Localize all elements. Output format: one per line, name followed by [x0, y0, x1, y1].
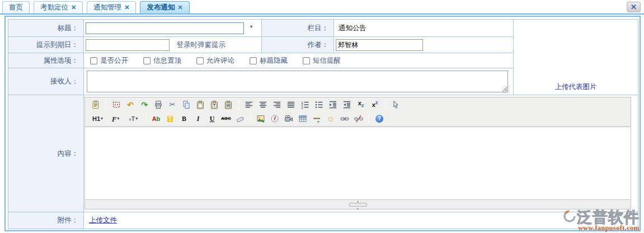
checkbox-item-hide-title[interactable]: 标题隐藏 — [250, 56, 288, 66]
highlight-icon[interactable]: T — [164, 114, 176, 124]
content-label-text: 内容： — [58, 150, 79, 157]
insert-hr-icon[interactable]: + — [311, 114, 322, 124]
upload-file-link[interactable]: 上传文件 — [86, 216, 117, 224]
checkbox-item-pin-top[interactable]: 信息置顶 — [143, 56, 181, 66]
justify-icon[interactable] — [285, 99, 297, 110]
paste-word-icon[interactable]: W — [223, 99, 234, 110]
fullscreen-icon[interactable] — [111, 99, 122, 110]
align-right-icon[interactable] — [271, 99, 283, 110]
align-left-icon[interactable] — [243, 99, 255, 110]
author-input[interactable] — [336, 39, 423, 51]
checkbox-label: 短信提醒 — [313, 56, 341, 66]
upload-representative-image-link[interactable]: 上传代表图片 — [555, 83, 597, 91]
tab-home[interactable]: 首页 — [2, 1, 30, 13]
unordered-list-icon[interactable] — [313, 99, 325, 110]
strikethrough-icon[interactable]: ABC — [220, 114, 232, 124]
editor-toolbar-row2: H1▾F▾тT▾AbTBIUABC+f+☺? — [85, 111, 631, 127]
align-center-icon[interactable] — [257, 99, 269, 110]
toolbar-separator — [385, 100, 386, 109]
insert-table-icon[interactable] — [297, 114, 308, 124]
title-label-text: 标题： — [58, 24, 79, 32]
tab-close-icon[interactable]: ✕ — [177, 4, 182, 11]
subscript-icon[interactable]: x2 — [355, 99, 366, 110]
close-panel-button[interactable]: ✕ — [627, 2, 641, 12]
title-input[interactable] — [86, 22, 244, 34]
representative-image-cell: 上传代表图片 — [514, 20, 638, 95]
superscript-icon[interactable]: x2 — [369, 99, 380, 110]
checkbox[interactable] — [303, 57, 310, 64]
toolbar-separator — [106, 100, 106, 109]
tab-attendance-location[interactable]: 考勤定位 ✕ — [34, 1, 83, 13]
recipients-textarea[interactable] — [87, 71, 508, 92]
emoticon-icon[interactable]: ☺ — [325, 114, 336, 124]
font-select[interactable]: F▾ — [108, 114, 123, 124]
italic-icon[interactable]: I — [192, 114, 204, 124]
unlink-icon[interactable] — [353, 114, 364, 124]
checkbox[interactable] — [90, 57, 97, 64]
rich-text-editor: ↶↷✂TW123x2x2 H1▾F▾тT▾AbTBIUABC+f+☺? — [84, 97, 631, 209]
reminder-date-input[interactable] — [86, 39, 170, 51]
svg-text:T: T — [213, 104, 215, 108]
login-popup-hint: 登录时弹窗提示 — [176, 41, 225, 49]
underline-icon[interactable]: U — [206, 114, 218, 124]
tab-label: 通知管理 — [93, 3, 121, 12]
recipients-cell — [84, 68, 514, 95]
heading-select[interactable]: H1▾ — [90, 114, 105, 124]
tab-close-icon[interactable]: ✕ — [71, 4, 76, 11]
publish-notice-form-panel: 标题： * 栏目： 通知公告 上传代表图片 提示到期日： 登录时弹窗提示 — [4, 16, 641, 231]
tab-publish-notice[interactable]: 发布通知 ✕ — [140, 1, 189, 13]
insert-media-icon[interactable] — [283, 114, 294, 124]
eraser-icon[interactable] — [234, 114, 246, 124]
source-edit-icon[interactable] — [90, 99, 101, 110]
checkbox[interactable] — [196, 57, 204, 64]
tab-label: 首页 — [9, 3, 23, 12]
checkbox-label: 信息置顶 — [153, 56, 181, 66]
reminder-date-label: 提示到期日： — [8, 37, 84, 53]
ordered-list-icon[interactable]: 123 — [299, 99, 311, 110]
checkbox[interactable] — [143, 57, 151, 64]
column-cell: 通知公告 — [334, 20, 514, 37]
undo-icon[interactable]: ↶ — [125, 99, 136, 110]
options-cell: 是否公开 信息置顶 允许评论 标题隐藏 — [84, 53, 514, 68]
tab-notice-management[interactable]: 通知管理 ✕ — [87, 1, 136, 13]
reminder-date-label-text: 提示到期日： — [36, 41, 78, 49]
attachment-cell: 上传文件 — [84, 212, 638, 229]
attachment-label: 附件： — [8, 212, 84, 229]
checkbox[interactable] — [250, 57, 257, 64]
checkbox-item-sms-reminder[interactable]: 短信提醒 — [303, 56, 341, 66]
paste-text-icon[interactable]: T — [209, 99, 220, 110]
redo-icon[interactable]: ↷ — [139, 99, 150, 110]
toolbar-separator — [238, 100, 239, 109]
checkbox-item-allow-comments[interactable]: 允许评论 — [196, 56, 234, 66]
attachment-label-text: 附件： — [58, 216, 79, 224]
paste-icon[interactable] — [195, 99, 206, 110]
fontsize-select[interactable]: тT▾ — [126, 114, 141, 124]
editor-resize-handle[interactable] — [349, 203, 367, 207]
link-icon[interactable] — [339, 114, 350, 124]
tab-label: 发布通知 — [147, 3, 175, 12]
insert-image-icon[interactable]: + — [255, 114, 266, 124]
editor-content-area[interactable] — [85, 127, 631, 200]
checkbox-label: 允许评论 — [206, 56, 234, 66]
help-icon[interactable]: ? — [374, 114, 385, 124]
checkbox-item-public[interactable]: 是否公开 — [90, 56, 128, 66]
title-label: 标题： — [8, 20, 84, 37]
author-cell — [334, 37, 514, 53]
tab-close-icon[interactable]: ✕ — [124, 4, 129, 11]
indent-icon[interactable] — [327, 99, 339, 110]
select-arrow-icon[interactable] — [390, 99, 401, 110]
outdent-icon[interactable] — [341, 99, 352, 110]
publish-notice-screen: 首页 考勤定位 ✕ 通知管理 ✕ 发布通知 ✕ ✕ 标题： * 栏目： — [0, 0, 644, 233]
print-icon[interactable] — [153, 99, 164, 110]
insert-flash-icon[interactable]: f — [269, 114, 280, 124]
options-label-text: 属性选项： — [44, 57, 79, 64]
font-color-icon[interactable]: Ab — [151, 114, 162, 124]
options-label: 属性选项： — [8, 53, 84, 68]
bold-icon[interactable]: B — [178, 114, 190, 124]
copy-icon[interactable] — [181, 99, 192, 110]
svg-text:+: + — [317, 119, 320, 124]
options-checkbox-group: 是否公开 信息置顶 允许评论 标题隐藏 — [86, 56, 513, 66]
column-label-text: 栏目： — [308, 24, 329, 32]
author-label-text: 作者： — [308, 41, 329, 49]
cut-icon[interactable]: ✂ — [167, 99, 178, 110]
